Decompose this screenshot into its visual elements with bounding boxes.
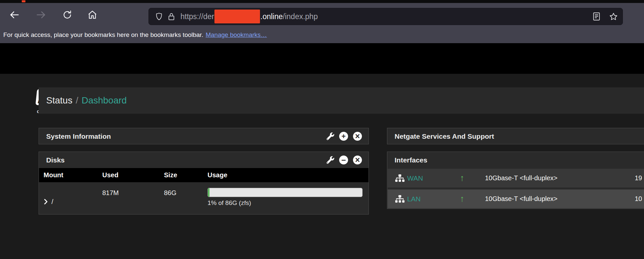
status-up-arrow-icon: ↑ [460,194,485,203]
reload-button[interactable] [59,6,76,23]
interface-row-lan: LAN ↑ 10Gbase-T <full-duplex> 10 [388,189,644,208]
disk-mount: / [51,198,53,206]
close-widget-icon[interactable]: × [353,156,362,164]
lock-icon[interactable] [168,13,175,21]
system-information-header: System Information + × [39,128,369,144]
tab-strip [0,0,644,3]
url-bar[interactable]: https://der .online /index.php [148,8,623,25]
bookmarks-toolbar: For quick access, place your bookmarks h… [0,27,644,43]
breadcrumb-section: Status [46,95,72,106]
browser-toolbar: https://der .online /index.php [0,3,644,27]
breadcrumb: Status / Dashboard [39,87,644,114]
disk-table-row: / 817M 86G 1% of 86G (zfs) [39,182,369,214]
reload-icon [62,10,72,20]
disk-usage-label: 1% of 86G (zfs) [208,199,365,207]
disks-table-header: Mount Used Size Usage [39,168,369,182]
arrow-right-icon [35,9,47,20]
wrench-icon[interactable] [327,156,334,164]
interface-media: 10Gbase-T <full-duplex> [485,174,635,182]
browser-window: https://der .online /index.php For quick… [0,0,644,259]
wrench-icon[interactable] [327,132,334,140]
interface-media: 10Gbase-T <full-duplex> [485,195,635,203]
disk-usage-fill [208,188,209,197]
netgate-support-widget: Netgate Services And Support [387,128,644,144]
url-text: https://der .online /index.php [180,10,589,23]
back-button[interactable] [6,6,23,23]
collapse-minus-icon[interactable]: − [339,156,348,164]
breadcrumb-separator: / [76,95,78,106]
tab-redaction-mark [22,0,25,2]
arrow-left-icon [9,9,20,20]
widget-title: Netgate Services And Support [395,132,641,140]
interface-row-wan: WAN ↑ 10Gbase-T <full-duplex> 19 [388,169,644,187]
forward-button[interactable] [32,6,49,23]
system-information-widget: System Information + × [39,128,369,144]
interface-address: 19 [635,174,644,182]
disk-size: 86G [159,182,203,214]
interface-wan-link[interactable]: WAN [407,174,460,182]
bookmark-star-icon[interactable] [609,12,618,21]
disks-header: Disks − × [39,152,369,168]
interfaces-widget: Interfaces WAN ↑ 10Gbase-T <full-duplex>… [387,152,644,209]
col-size: Size [159,171,203,179]
bookmarks-hint-text: For quick access, place your bookmarks h… [3,31,203,39]
col-used: Used [98,171,159,179]
widget-title: Disks [46,156,327,164]
home-icon [87,10,98,20]
url-redaction-box [214,10,260,23]
disks-widget: Disks − × Mount Used Size Usage / 817M 8… [39,152,369,215]
close-widget-icon[interactable]: × [353,132,362,141]
url-protocol-prefix: https://der [180,12,214,21]
breadcrumb-page-link[interactable]: Dashboard [81,95,127,106]
widget-title: System Information [46,132,327,140]
reader-view-icon[interactable] [593,12,600,21]
widget-title: Interfaces [395,156,641,164]
interface-lan-link[interactable]: LAN [407,195,460,203]
expand-plus-icon[interactable]: + [339,132,348,141]
url-path: /index.php [283,12,318,21]
interfaces-header: Interfaces [387,152,644,168]
netgate-header: Netgate Services And Support [387,128,644,144]
chevron-right-icon[interactable] [44,199,48,205]
home-button[interactable] [84,6,101,23]
interface-address: 10 [635,195,644,203]
col-usage: Usage [203,171,369,179]
pfsense-navbar: pfsense® COMMUNITY EDITION System Interf… [0,43,644,74]
status-up-arrow-icon: ↑ [460,174,485,183]
disk-used: 817M [98,182,159,214]
sitemap-icon [395,195,407,203]
col-mount: Mount [39,171,98,179]
url-domain: .online [260,12,283,21]
sitemap-icon [395,174,407,182]
manage-bookmarks-link[interactable]: Manage bookmarks… [206,31,267,39]
shield-icon[interactable] [155,12,163,21]
disk-usage-bar [208,188,363,197]
